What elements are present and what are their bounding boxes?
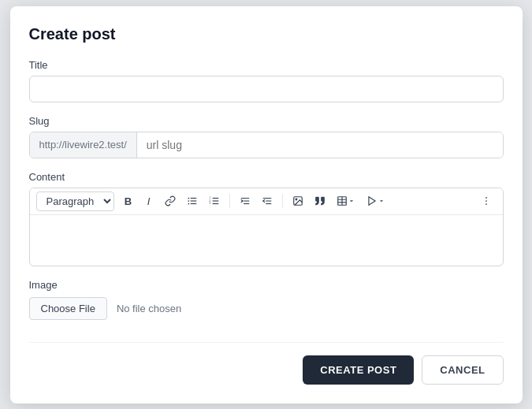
- quote-button[interactable]: [310, 192, 330, 210]
- indent-button[interactable]: [235, 192, 255, 210]
- quote-icon: [314, 195, 326, 206]
- paragraph-select[interactable]: Paragraph: [36, 191, 114, 211]
- slug-label: Slug: [29, 115, 504, 127]
- svg-point-27: [485, 203, 487, 205]
- rich-text-editor: Paragraph B I 123: [29, 188, 504, 266]
- svg-rect-8: [212, 203, 218, 204]
- italic-button[interactable]: I: [140, 192, 158, 210]
- cancel-button[interactable]: CANCEL: [422, 355, 503, 385]
- svg-point-3: [188, 198, 189, 199]
- table-button[interactable]: [332, 192, 360, 210]
- title-field-group: Title: [29, 59, 504, 102]
- image-label: Image: [29, 279, 504, 291]
- svg-rect-6: [212, 198, 218, 199]
- svg-text:3: 3: [209, 202, 210, 205]
- title-label: Title: [29, 59, 504, 71]
- bullet-list-button[interactable]: [182, 192, 203, 210]
- media-icon: [366, 195, 378, 206]
- title-input[interactable]: [29, 76, 504, 102]
- file-input-row: Choose File No file chosen: [29, 297, 504, 320]
- italic-icon: I: [147, 195, 151, 207]
- link-button[interactable]: [160, 192, 180, 210]
- ordered-list-icon: 123: [209, 195, 220, 206]
- media-chevron-icon: [378, 197, 385, 205]
- svg-rect-2: [190, 203, 196, 204]
- svg-point-4: [188, 200, 189, 202]
- svg-marker-24: [368, 197, 374, 206]
- svg-point-25: [485, 197, 487, 199]
- toolbar-divider-2: [282, 194, 283, 208]
- no-file-text: No file chosen: [117, 303, 181, 314]
- slug-row: http://livewire2.test/: [29, 132, 504, 158]
- bullet-list-icon: [187, 195, 198, 206]
- slug-field-group: Slug http://livewire2.test/: [29, 115, 504, 158]
- toolbar-divider-1: [229, 194, 230, 208]
- content-field-group: Content Paragraph B I 123: [29, 171, 504, 266]
- svg-rect-0: [190, 198, 196, 199]
- table-icon: [337, 195, 348, 206]
- svg-rect-7: [212, 200, 218, 201]
- table-chevron-icon: [348, 197, 355, 205]
- more-button[interactable]: [476, 192, 497, 210]
- editor-body[interactable]: [30, 215, 503, 266]
- svg-point-5: [188, 203, 189, 205]
- create-post-button[interactable]: CREATE POST: [303, 355, 414, 385]
- media-button[interactable]: [362, 192, 390, 210]
- svg-point-26: [485, 200, 487, 202]
- svg-rect-1: [190, 200, 196, 201]
- image-section: Image Choose File No file chosen: [29, 279, 504, 320]
- choose-file-button[interactable]: Choose File: [29, 297, 107, 320]
- content-label: Content: [29, 171, 504, 183]
- slug-input[interactable]: [137, 132, 503, 158]
- image-button[interactable]: [288, 192, 308, 210]
- bold-button[interactable]: B: [119, 192, 138, 210]
- bold-icon: B: [125, 195, 132, 207]
- slug-prefix: http://livewire2.test/: [30, 132, 137, 158]
- outdent-button[interactable]: [257, 192, 277, 210]
- outdent-icon: [262, 195, 273, 206]
- link-icon: [165, 195, 176, 206]
- image-icon: [292, 195, 303, 206]
- indent-icon: [240, 195, 251, 206]
- modal-title: Create post: [29, 25, 504, 43]
- editor-toolbar: Paragraph B I 123: [30, 188, 503, 215]
- ordered-list-button[interactable]: 123: [204, 192, 225, 210]
- more-icon: [481, 195, 492, 206]
- svg-point-19: [296, 199, 297, 200]
- create-post-modal: Create post Title Slug http://livewire2.…: [10, 6, 523, 403]
- modal-footer: CREATE POST CANCEL: [29, 342, 504, 385]
